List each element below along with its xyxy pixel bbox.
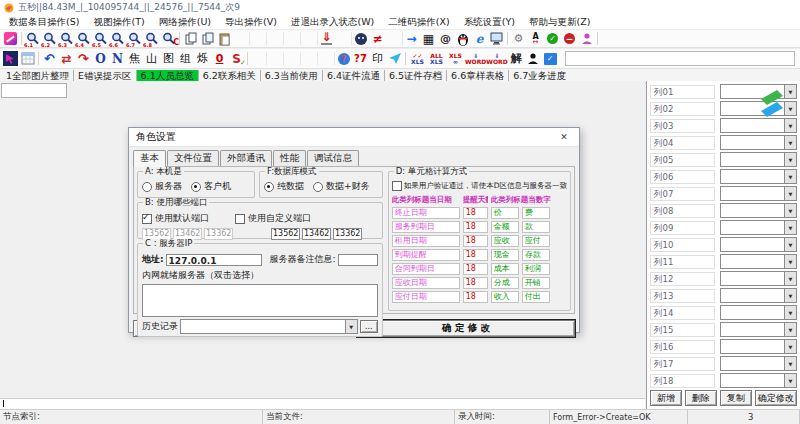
number-keyword-cell[interactable]: 应付 [522, 235, 550, 247]
remind-days-cell[interactable]: 18 [463, 291, 488, 303]
unlock-button[interactable]: 解 [508, 51, 525, 66]
menu-item[interactable]: 进退出录入状态(W) [284, 16, 381, 29]
dialog-tab[interactable]: 调试信息 [307, 150, 359, 166]
import-button[interactable]: ⇓ [318, 31, 335, 46]
select-pointer-button[interactable] [2, 51, 19, 66]
toolbar-address-input[interactable] [565, 51, 795, 66]
address-field[interactable]: 127.0.0.1 [166, 254, 262, 266]
dialog-tab[interactable]: 外部通讯 [220, 150, 272, 166]
radio-option[interactable]: 纯数据 [264, 180, 304, 193]
verify-flag-button[interactable] [542, 51, 559, 66]
zoom-section-button[interactable]: 6.1 [24, 31, 41, 46]
cjk-tool-button[interactable]: 图 [160, 51, 177, 66]
date-keyword-cell[interactable]: 租用日期 [392, 235, 460, 247]
cjk-tool-button[interactable]: 烁 [194, 51, 211, 66]
column-dropdown[interactable] [720, 254, 797, 269]
zoom-section-button[interactable]: 6.5 [92, 31, 109, 46]
confirm-button[interactable]: ✓ [544, 31, 561, 46]
font-size-button[interactable]: A ↔ [527, 31, 544, 46]
cjk-tool-button[interactable]: 焦 [126, 51, 143, 66]
menu-item[interactable]: 网络操作(U) [152, 16, 218, 29]
radio-option[interactable]: 服务器 [142, 180, 182, 193]
email-button[interactable]: @ [437, 31, 454, 46]
column-dropdown[interactable] [720, 152, 797, 167]
remind-days-cell[interactable]: 18 [463, 277, 488, 289]
redo-button[interactable]: ↷ [75, 51, 92, 66]
close-icon[interactable]: ✕ [556, 132, 572, 142]
settings-button[interactable]: ⚙ [510, 31, 527, 46]
floating-s-logo-icon[interactable] [752, 84, 792, 124]
empty-cell-box[interactable] [1, 83, 67, 98]
calendar-button[interactable] [19, 51, 36, 66]
export-format-button[interactable]: ✓✓ XLS [408, 51, 427, 66]
date-keyword-cell[interactable]: 合同到期日 [392, 263, 460, 275]
bottom-edit-strip[interactable] [0, 398, 645, 409]
remind-days-cell[interactable]: 18 [463, 235, 488, 247]
stamp-button[interactable]: 印 [369, 51, 386, 66]
user-status-button[interactable] [352, 31, 369, 46]
number-keyword-cell[interactable]: 开销 [522, 277, 550, 289]
column-dropdown[interactable] [720, 356, 797, 371]
menu-item[interactable]: 数据条目操作(S) [2, 16, 86, 29]
s-check-button[interactable]: S [228, 51, 245, 66]
copy-all-button[interactable] [199, 31, 216, 46]
zoom-section-button[interactable]: 6.4 [75, 31, 92, 46]
menu-item[interactable]: 视图操作(T) [86, 16, 151, 29]
zoom-section-button[interactable]: 6.3 [58, 31, 75, 46]
remind-days-cell[interactable]: 18 [463, 263, 488, 275]
lan-servers-listbox[interactable] [142, 284, 378, 317]
radio-option[interactable]: 客户机 [191, 180, 231, 193]
column-dropdown[interactable] [720, 271, 797, 286]
number-keyword-cell[interactable]: 价 [491, 207, 519, 219]
column-dropdown[interactable] [720, 305, 797, 320]
zoom-section-button[interactable]: 6.2 [41, 31, 58, 46]
number-keyword-cell[interactable]: 应收 [491, 235, 519, 247]
zoom-section-button[interactable]: 6.7 [126, 31, 143, 46]
letter-o-button[interactable]: O [92, 51, 109, 66]
user-remove-button[interactable] [525, 51, 542, 66]
cjk-tool-button[interactable]: 山 [143, 51, 160, 66]
column-dropdown[interactable] [720, 169, 797, 184]
number-keyword-cell[interactable]: 成本 [491, 263, 519, 275]
zoom-section-button[interactable]: 6.6 [109, 31, 126, 46]
checkbox-option[interactable]: 使用默认端口 [142, 212, 209, 225]
dialog-tab[interactable]: 基本 [133, 150, 166, 167]
zero-button[interactable]: 0 [211, 51, 228, 66]
number-keyword-cell[interactable]: 分成 [491, 277, 519, 289]
custom-port-field[interactable]: 13462 [302, 228, 331, 240]
browse-button[interactable]: ... [360, 320, 378, 333]
date-keyword-cell[interactable]: 应付日期 [392, 291, 460, 303]
profile-button[interactable] [578, 31, 595, 46]
date-keyword-cell[interactable]: 到期提醒 [392, 249, 460, 261]
paint-button[interactable] [2, 31, 19, 46]
network-help-button[interactable]: ? [335, 51, 352, 66]
column-dropdown[interactable] [720, 322, 797, 337]
number-keyword-cell[interactable]: 付出 [522, 291, 550, 303]
cjk-tool-button[interactable]: 组 [177, 51, 194, 66]
remind-days-cell[interactable]: 18 [463, 207, 488, 219]
send-button[interactable] [386, 51, 403, 66]
column-dropdown[interactable] [720, 203, 797, 218]
number-keyword-cell[interactable]: 现金 [491, 249, 519, 261]
custom-port-field[interactable]: 13562 [271, 228, 300, 240]
radio-option[interactable]: 数据+财务 [313, 180, 370, 193]
panel-button[interactable]: 复制 [720, 390, 752, 406]
date-keyword-cell[interactable]: 服务到期日 [392, 221, 460, 233]
question-7-button[interactable]: ?7 [352, 51, 369, 66]
remove-button[interactable]: − [561, 31, 578, 46]
history-dropdown[interactable] [180, 319, 358, 334]
menu-item[interactable]: 导出操作(V) [218, 16, 284, 29]
copy-page-button[interactable] [182, 31, 199, 46]
dialog-titlebar[interactable]: 角色设置 ✕ [129, 128, 579, 147]
qq-button[interactable] [454, 31, 471, 46]
export-format-button[interactable]: XLS ∞ [446, 51, 465, 66]
number-keyword-cell[interactable]: 费 [522, 207, 550, 219]
number-keyword-cell[interactable]: 款 [522, 221, 550, 233]
date-keyword-cell[interactable]: 终止日期 [392, 207, 460, 219]
letter-n-button[interactable]: N [109, 51, 126, 66]
column-dropdown[interactable] [720, 288, 797, 303]
zoom-c-button[interactable]: C [160, 31, 177, 46]
column-dropdown[interactable] [720, 373, 797, 388]
paste-button[interactable] [216, 31, 233, 46]
export-format-button[interactable]: ⇓ WORD [465, 51, 486, 66]
